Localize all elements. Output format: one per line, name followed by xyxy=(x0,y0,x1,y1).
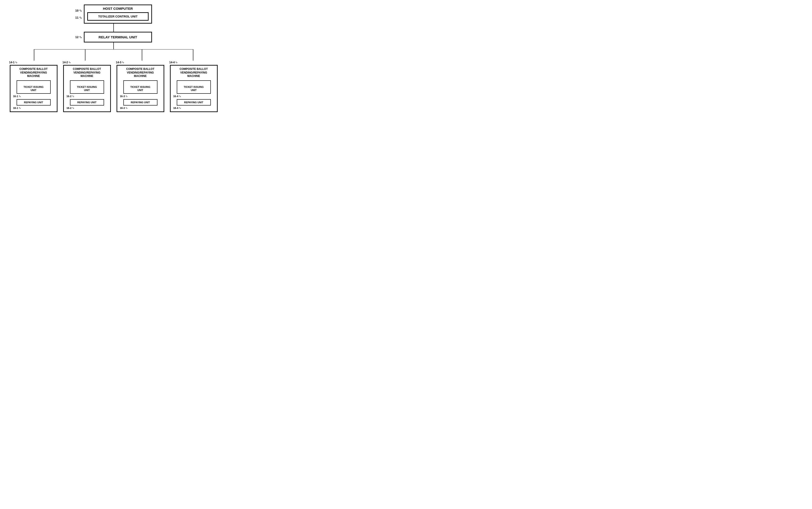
relay-box: RELAY TERMINAL UNIT xyxy=(84,32,152,42)
host-computer-label: HOST COMPUTER xyxy=(87,7,149,10)
ticket-ref-3: 16-3 xyxy=(120,95,125,98)
totalizer-box: TOTALIZER CONTROL UNIT xyxy=(87,12,149,21)
repay-ref-3: 18-3 xyxy=(120,107,125,109)
cbvm-box-1: COMPOSITE BALLOT VENDING/REPAYING MACHIN… xyxy=(10,65,58,112)
cbvm-box-4: COMPOSITE BALLOT VENDING/REPAYING MACHIN… xyxy=(170,65,218,112)
totalizer-squig: ∿ xyxy=(79,15,82,20)
repay-box-1: REPAYING UNIT xyxy=(17,99,51,105)
repay-ref-1: 18-1 xyxy=(13,107,18,109)
host-computer-box: HOST COMPUTER TOTALIZER CONTROL UNIT xyxy=(84,4,152,24)
repay-ref-2: 18-2 xyxy=(67,107,71,109)
branch-svg xyxy=(9,49,218,61)
machine-col-2: 14-2 ∿ COMPOSITE BALLOT VENDING/REPAYING… xyxy=(62,61,111,112)
machine-col-4: 14-4 ∿ COMPOSITE BALLOT VENDING/REPAYING… xyxy=(169,61,218,112)
machine-col-3: 14-3 ∿ COMPOSITE BALLOT VENDING/REPAYING… xyxy=(116,61,165,112)
cbvm-title-4: COMPOSITE BALLOT VENDING/REPAYING MACHIN… xyxy=(180,67,208,78)
machine3-ref: 14-3 xyxy=(116,61,121,64)
host-squig: ∿ xyxy=(79,8,82,13)
machine3-squig: ∿ xyxy=(122,61,124,64)
machine1-ref: 14-1 xyxy=(9,61,14,64)
relay-label: RELAY TERMINAL UNIT xyxy=(99,35,137,39)
cbvm-title-2: COMPOSITE BALLOT VENDING/REPAYING MACHIN… xyxy=(73,67,101,78)
ticket-box-3: TICKET ISSUING UNIT xyxy=(123,80,157,94)
cbvm-box-3: COMPOSITE BALLOT VENDING/REPAYING MACHIN… xyxy=(117,65,164,112)
totalizer-label: TOTALIZER CONTROL UNIT xyxy=(98,15,137,18)
repay-box-4: REPAYING UNIT xyxy=(177,99,211,105)
host-ref-label: 10 xyxy=(75,9,79,12)
repay-box-3: REPAYING UNIT xyxy=(123,99,157,105)
v-connector-1 xyxy=(113,24,114,32)
machine2-ref: 14-2 xyxy=(62,61,68,64)
repay-ref-4: 18-4 xyxy=(174,107,178,109)
cbvm-title-3: COMPOSITE BALLOT VENDING/REPAYING MACHIN… xyxy=(126,67,155,78)
v-connector-2 xyxy=(113,42,114,49)
machines-row: 14-1 ∿ COMPOSITE BALLOT VENDING/REPAYING… xyxy=(9,61,218,112)
relay-squig: ∿ xyxy=(79,35,82,39)
ticket-box-1: TICKET ISSUING UNIT xyxy=(17,80,51,94)
ticket-ref-1: 16-1 xyxy=(13,95,18,98)
system-diagram: 10 ∿ 11 ∿ HOST COMPUTER TOTALIZER CONTRO… xyxy=(4,4,223,112)
ticket-box-2: TICKET ISSUING UNIT xyxy=(70,80,104,94)
cbvm-box-2: COMPOSITE BALLOT VENDING/REPAYING MACHIN… xyxy=(63,65,111,112)
machine2-squig: ∿ xyxy=(68,61,71,64)
repay-box-2: REPAYING UNIT xyxy=(70,99,104,105)
machine4-ref: 14-4 xyxy=(169,61,175,64)
cbvm-title-1: COMPOSITE BALLOT VENDING/REPAYING MACHIN… xyxy=(20,67,48,78)
relay-ref-label: 12 xyxy=(75,35,79,39)
ticket-ref-4: 16-4 xyxy=(174,95,178,98)
machine-col-1: 14-1 ∿ COMPOSITE BALLOT VENDING/REPAYING… xyxy=(9,61,58,112)
ticket-ref-2: 16-2 xyxy=(67,95,71,98)
machine4-squig: ∿ xyxy=(175,61,178,64)
machine1-squig: ∿ xyxy=(15,61,18,64)
ticket-box-4: TICKET ISSUING UNIT xyxy=(177,80,211,94)
totalizer-ref-label: 11 xyxy=(75,16,79,19)
branch-area xyxy=(9,49,218,61)
